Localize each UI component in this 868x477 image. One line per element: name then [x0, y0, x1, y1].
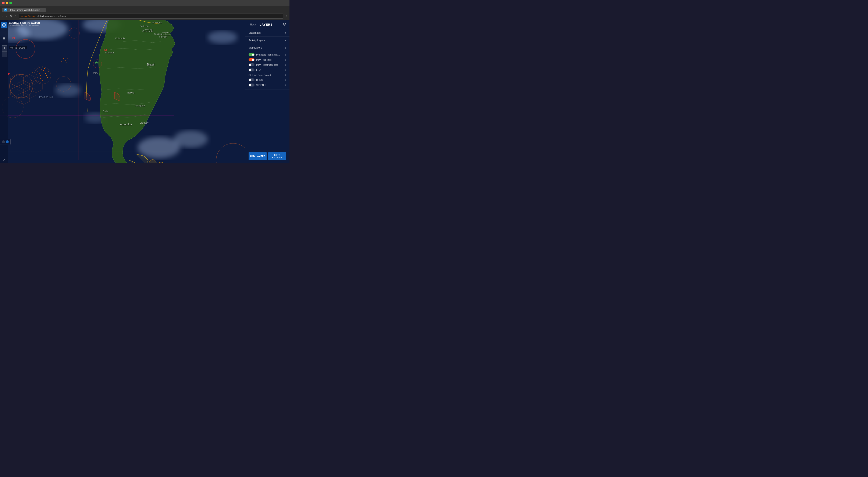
svg-point-26: [37, 77, 37, 78]
forward-nav-button[interactable]: ›: [5, 14, 8, 18]
wpp-nri-label: WPP NRI: [256, 84, 283, 86]
nav-buttons: ‹ › ↻ ⌂: [2, 14, 18, 18]
layers-icon-button[interactable]: [283, 23, 286, 27]
browser-chrome: [0, 0, 289, 6]
share-button[interactable]: ↗: [1, 156, 7, 163]
svg-point-33: [47, 77, 48, 78]
activity-layers-chevron-icon: ▾: [285, 39, 286, 42]
back-button[interactable]: ‹ Back: [249, 23, 256, 26]
minimize-button[interactable]: [6, 2, 8, 4]
svg-point-6: [208, 31, 237, 44]
mpa-restricted-info-icon[interactable]: ℹ: [285, 64, 286, 66]
hamburger-menu-button[interactable]: ☰: [1, 35, 7, 41]
svg-point-17: [41, 69, 42, 69]
map-svg: [0, 20, 245, 163]
svg-point-20: [39, 73, 40, 74]
map-area[interactable]: Venezuela Colombia Ecuador Perú Brasil B…: [0, 20, 245, 163]
activity-layers-title: Activity Layers: [249, 39, 265, 42]
layer-item-mpa-restricted: MPA - Restricted Use ℹ: [245, 62, 289, 67]
rfmo-info-icon[interactable]: ℹ: [285, 79, 286, 81]
back-nav-button[interactable]: ‹: [2, 14, 4, 18]
layers-stack-icon: [283, 23, 286, 26]
bookmark-icon[interactable]: ☆: [285, 14, 288, 18]
app-logo[interactable]: [1, 22, 7, 28]
address-bar: ‹ › ↻ ⌂ ⚠ Not Secure globalfishingwatch.…: [0, 12, 289, 20]
mpa-no-take-toggle[interactable]: [249, 58, 254, 61]
protected-planet-info-icon[interactable]: ℹ: [285, 53, 286, 56]
svg-point-16: [38, 66, 38, 67]
svg-point-18: [37, 71, 37, 72]
basemaps-header[interactable]: Basemaps ▾: [245, 29, 289, 36]
zoom-out-button[interactable]: −: [2, 51, 7, 57]
map-layers-header[interactable]: Map Layers ▴: [245, 44, 289, 51]
layer-panel-toggle[interactable]: [0, 139, 10, 145]
home-button[interactable]: ⌂: [14, 14, 17, 18]
eez-info-icon[interactable]: ℹ: [285, 69, 286, 71]
zoom-controls: + −: [2, 46, 7, 57]
traffic-lights: [2, 2, 12, 4]
wpp-nri-info-icon[interactable]: ℹ: [285, 84, 286, 87]
svg-point-43: [96, 62, 97, 63]
add-layers-button[interactable]: ADD LAYERS: [249, 152, 267, 160]
high-seas-info-icon[interactable]: ℹ: [285, 73, 286, 76]
maximize-button[interactable]: [9, 2, 12, 4]
eez-toggle[interactable]: [249, 68, 254, 71]
svg-point-36: [61, 61, 62, 62]
panel-title: LAYERS: [259, 23, 281, 26]
svg-point-23: [44, 68, 45, 69]
active-tab[interactable]: 🌊 Global Fishing Watch | Sustain ✕: [2, 8, 46, 12]
toggle-dot-1: [2, 140, 5, 143]
map-layers-title: Map Layers: [249, 46, 262, 49]
wpp-nri-toggle[interactable]: [249, 84, 254, 87]
high-seas-label: High Seas Pocket: [252, 74, 283, 76]
svg-point-29: [48, 71, 49, 72]
panel-header: ‹ Back LAYERS: [245, 20, 289, 29]
high-seas-dot: [249, 74, 251, 76]
protected-planet-toggle[interactable]: [249, 53, 254, 56]
layer-item-rfmo: RFMO ℹ: [245, 78, 289, 83]
security-icon: ⚠: [21, 15, 23, 18]
app-container: Venezuela Colombia Ecuador Perú Brasil B…: [0, 20, 289, 163]
refresh-button[interactable]: ↻: [9, 14, 13, 18]
zoom-in-button[interactable]: +: [2, 46, 7, 51]
toggle-dot-2: [6, 140, 9, 143]
activity-layers-header[interactable]: Activity Layers ▾: [245, 37, 289, 44]
basemaps-chevron-icon: ▾: [285, 31, 286, 34]
layer-item-protected-planet: Protected Planet WD... ℹ: [245, 52, 289, 57]
url-bar[interactable]: ⚠ Not Secure globalfishingwatch.org/map/: [19, 13, 283, 19]
map-layers-section: Map Layers ▴ Protected Planet WD... ℹ MP…: [245, 44, 289, 89]
protected-planet-label: Protected Planet WD...: [256, 53, 283, 56]
layer-item-mpa-no-take: MPA - No Take ℹ: [245, 57, 289, 62]
svg-point-19: [43, 70, 44, 70]
basemaps-section: Basemaps ▾: [245, 29, 289, 37]
svg-point-35: [65, 60, 66, 61]
mpa-restricted-label: MPA - Restricted Use: [256, 64, 283, 66]
rfmo-toggle[interactable]: [249, 79, 254, 81]
svg-point-22: [42, 66, 43, 67]
tab-bar: 🌊 Global Fishing Watch | Sustain ✕: [0, 6, 289, 12]
brand-subtitle: Sustainability through Transparency: [9, 24, 40, 26]
close-button[interactable]: [2, 2, 5, 4]
security-label: Not Secure: [24, 15, 35, 18]
mpa-restricted-toggle[interactable]: [249, 63, 254, 66]
svg-point-21: [35, 68, 35, 68]
tab-close-button[interactable]: ✕: [41, 9, 43, 11]
basemaps-title: Basemaps: [249, 31, 261, 34]
right-panel: ‹ Back LAYERS Basemaps ▾ Activ: [245, 20, 289, 163]
svg-point-34: [63, 58, 64, 59]
svg-point-28: [36, 74, 36, 75]
layer-item-high-seas: High Seas Pocket ℹ: [245, 72, 289, 78]
map-background: Venezuela Colombia Ecuador Perú Brasil B…: [0, 20, 245, 163]
brand-area: GLOBAL FISHING WATCH Sustainability thro…: [9, 22, 40, 26]
svg-point-5: [174, 130, 208, 148]
edit-layers-button[interactable]: EDIT LAYERS: [268, 152, 286, 160]
mpa-no-take-info-icon[interactable]: ℹ: [285, 59, 286, 61]
svg-point-7: [55, 84, 81, 97]
svg-point-38: [66, 63, 67, 63]
svg-point-27: [46, 75, 47, 76]
svg-point-30: [32, 72, 33, 73]
svg-point-37: [68, 58, 68, 59]
brand-name: GLOBAL FISHING WATCH: [9, 22, 40, 24]
layer-item-eez: EEZ ℹ: [245, 67, 289, 72]
logo-icon: [2, 23, 6, 27]
